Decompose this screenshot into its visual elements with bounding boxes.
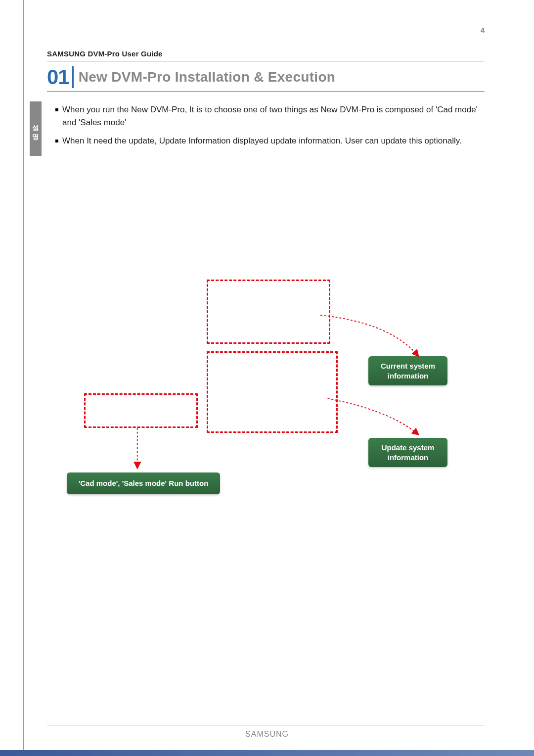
dashed-highlight-box-left (84, 393, 198, 428)
page-number: 4 (481, 26, 485, 34)
bullet-text: When It need the update, Update Informat… (62, 135, 462, 147)
section-underline (47, 91, 485, 92)
document-header: SAMSUNG DVM-Pro User Guide (47, 49, 485, 61)
callout-current-system: Current system information (368, 356, 447, 385)
section-number: 01 (47, 65, 69, 89)
section-heading-row: 01 New DVM-Pro Installation & Execution (47, 65, 485, 89)
diagram-area: Current system information Update system… (47, 280, 485, 527)
dashed-highlight-box-top (207, 280, 330, 344)
callout-update-system: Update system information (368, 438, 447, 467)
page-container: 4 SAMSUNG DVM-Pro User Guide 01 New DVM-… (0, 0, 534, 756)
section-title: New DVM-Pro Installation & Execution (79, 69, 336, 85)
callout-run-button: 'Cad mode', 'Sales mode' Run button (67, 472, 220, 494)
footer-brand: SAMSUNG (0, 730, 534, 739)
description-block: 설명 When you run the New DVM-Pro, It is t… (30, 101, 485, 156)
footer-divider (47, 725, 485, 725)
bullet-item: When It need the update, Update Informat… (55, 135, 480, 147)
bullet-dot-icon (55, 108, 58, 111)
vertical-tag-label: 설명 (30, 101, 42, 156)
section-divider (72, 66, 74, 88)
bullet-list: When you run the New DVM-Pro, It is to c… (42, 101, 485, 156)
bullet-item: When you run the New DVM-Pro, It is to c… (55, 103, 480, 129)
bullet-text: When you run the New DVM-Pro, It is to c… (62, 103, 480, 129)
dashed-highlight-box-mid (207, 351, 338, 433)
bullet-dot-icon (55, 140, 58, 142)
